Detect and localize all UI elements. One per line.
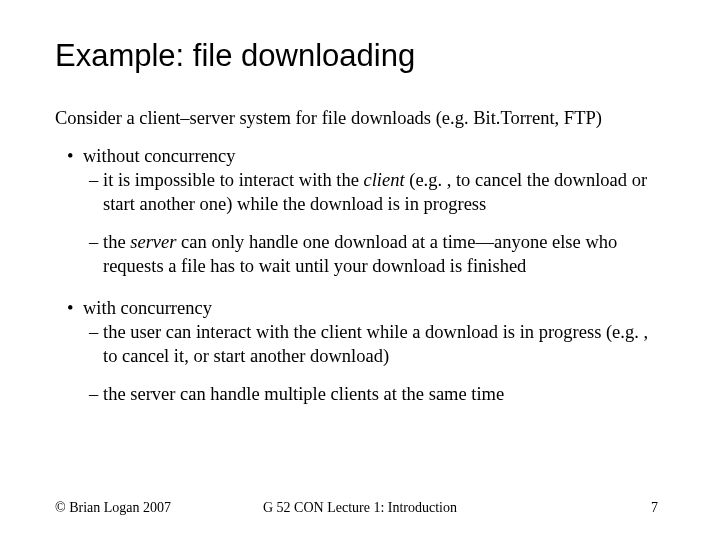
dash-item: the server can only handle one download … — [103, 230, 665, 278]
bullet-without-concurrency: without concurrency it is impossible to … — [83, 144, 665, 278]
slide-title: Example: file downloading — [55, 38, 665, 74]
bullet-list: without concurrency it is impossible to … — [55, 144, 665, 406]
intro-text: Consider a client–server system for file… — [55, 106, 665, 130]
dash-text-post: can only handle one download at a time—a… — [103, 232, 617, 276]
dash-text-em: server — [130, 232, 176, 252]
dash-text-em: client — [364, 170, 405, 190]
dash-list: it is impossible to interact with the cl… — [83, 168, 665, 278]
dash-text-pre: the — [103, 232, 130, 252]
dash-item: the user can interact with the client wh… — [103, 320, 665, 368]
bullet-with-concurrency: with concurrency the user can interact w… — [83, 296, 665, 406]
dash-item: it is impossible to interact with the cl… — [103, 168, 665, 216]
footer-lecture: G 52 CON Lecture 1: Introduction — [263, 500, 457, 516]
footer: © Brian Logan 2007 G 52 CON Lecture 1: I… — [0, 500, 720, 516]
dash-text-pre: the server can handle multiple clients a… — [103, 384, 504, 404]
dash-text-pre: it is impossible to interact with the — [103, 170, 364, 190]
dash-text-pre: the user can interact with the client wh… — [103, 322, 648, 366]
bullet-label: without concurrency — [83, 146, 236, 166]
footer-copyright: © Brian Logan 2007 — [55, 500, 171, 516]
dash-list: the user can interact with the client wh… — [83, 320, 665, 406]
footer-page-number: 7 — [651, 500, 658, 516]
slide: Example: file downloading Consider a cli… — [0, 0, 720, 540]
dash-item: the server can handle multiple clients a… — [103, 382, 665, 406]
bullet-label: with concurrency — [83, 298, 212, 318]
